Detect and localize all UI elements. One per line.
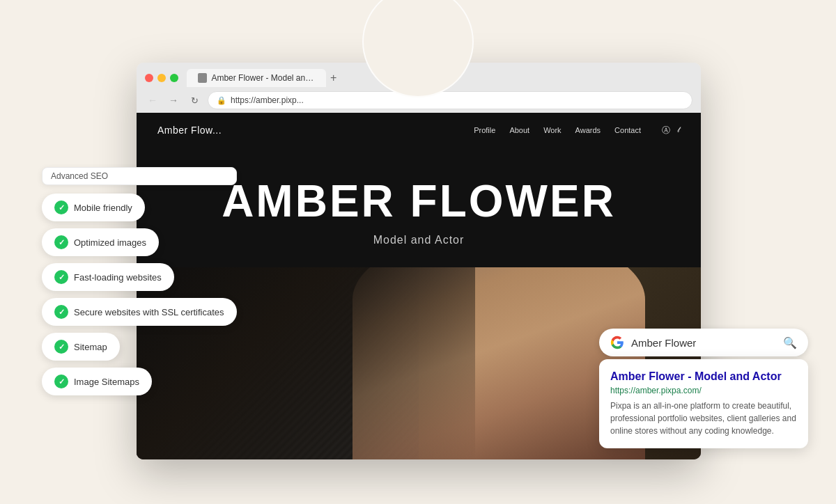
feature-image-sitemaps: Image Sitemaps [42,368,152,395]
seo-section: Advanced SEO Mobile friendly Optimized i… [42,167,237,402]
address-bar[interactable]: 🔒 https://amber.pixp... [208,91,692,109]
feature-ssl: Secure websites with SSL certificates [42,298,237,326]
google-search-bar[interactable]: Amber Flower 🔍 [599,329,808,356]
nav-awards[interactable]: Awards [575,126,601,134]
site-header: Amber Flow... Profile About Work Awards … [137,113,701,148]
ssl-lock-icon: 🔒 [217,96,226,105]
maximize-button[interactable] [170,74,178,82]
traffic-lights [145,74,178,82]
search-result-card: Amber Flower - Model and Actor https://a… [599,359,808,448]
reload-button[interactable]: ↻ [187,93,202,108]
nav-about[interactable]: About [509,126,529,134]
back-button[interactable]: ← [145,93,160,107]
check-icon-ssl [54,305,68,319]
result-url[interactable]: https://amber.pixpa.com/ [610,386,797,395]
check-icon-sitemap [54,340,68,354]
google-logo [610,336,624,349]
result-description: Pixpa is an all-in-one platform to creat… [610,400,797,437]
new-tab-button[interactable]: + [330,72,336,84]
tab-favicon [198,73,207,83]
check-icon-image-sitemaps [54,375,68,388]
check-icon-images [54,235,68,249]
search-result-section: Amber Flower 🔍 Amber Flower - Model and … [599,329,808,448]
site-logo: Amber Flow... [157,125,222,136]
feature-mobile-friendly: Mobile friendly [42,194,145,221]
site-nav: Profile About Work Awards Contact Ⓐ 𝓉 [474,125,680,136]
feature-text-image-sitemaps: Image Sitemaps [74,377,139,387]
twitter-icon[interactable]: 𝓉 [677,125,680,136]
check-icon-mobile [54,200,68,214]
address-text: https://amber.pixp... [231,95,304,105]
close-button[interactable] [145,74,153,82]
tab-title: Amber Flower - Model and ... [211,73,315,83]
feature-sitemap: Sitemap [42,333,120,361]
social-icons: Ⓐ 𝓉 [662,125,680,136]
seo-label: Advanced SEO [42,167,237,185]
feature-optimized-images: Optimized images [42,228,159,256]
search-query: Amber Flower [631,337,776,349]
feature-fast-loading: Fast-loading websites [42,263,174,291]
feature-text-images: Optimized images [74,237,146,248]
feature-text-mobile: Mobile friendly [74,203,132,213]
browser-tab[interactable]: Amber Flower - Model and ... [187,69,326,87]
result-title[interactable]: Amber Flower - Model and Actor [610,370,797,383]
feature-text-ssl: Secure websites with SSL certificates [74,307,224,317]
instagram-icon[interactable]: Ⓐ [662,125,670,136]
nav-work[interactable]: Work [543,126,561,134]
nav-contact[interactable]: Contact [614,126,641,134]
search-icon[interactable]: 🔍 [783,336,797,349]
feature-text-fast: Fast-loading websites [74,272,162,283]
nav-profile[interactable]: Profile [474,126,495,134]
forward-button[interactable]: → [166,93,181,107]
check-icon-fast [54,270,68,284]
feature-text-sitemap: Sitemap [74,342,107,352]
minimize-button[interactable] [157,74,166,82]
